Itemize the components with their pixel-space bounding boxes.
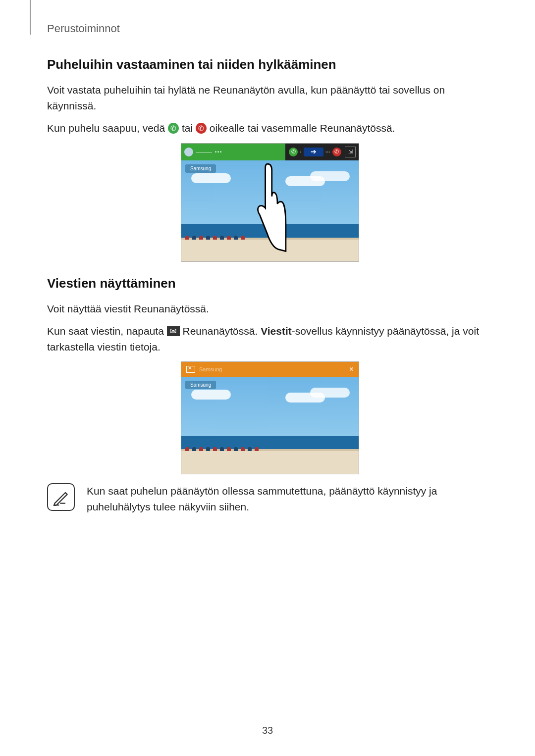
section2-heading: Viestien näyttäminen — [47, 276, 493, 291]
section1-para2-b: tai — [182, 122, 196, 134]
caller-number-placeholder: ───── — [196, 150, 212, 154]
hand-pointing-icon — [252, 157, 289, 254]
more-dots-icon: ••• — [215, 150, 222, 154]
section1-para2: Kun puhelu saapuu, vedä tai oikealle tai… — [47, 120, 493, 136]
clouds-decorative-2 — [191, 390, 231, 400]
section1-para1: Voit vastata puheluihin tai hylätä ne Re… — [47, 82, 493, 113]
section2-para2-bold: Viestit — [261, 325, 292, 337]
header-rule — [30, 0, 31, 35]
note-block: Kun saat puhelun päänäytön ollessa sammu… — [47, 483, 493, 514]
fig2-sky: Samsung — [181, 377, 359, 436]
section2-para1: Voit näyttää viestit Reunanäytössä. — [47, 301, 493, 317]
swipe-arrow-icon — [304, 148, 323, 156]
reject-call-icon — [196, 123, 207, 134]
fig2-sand — [181, 449, 359, 474]
fig1-caller-tag: Samsung — [185, 164, 216, 173]
note-icon — [47, 483, 75, 511]
chevron-left-icon: ‹‹‹ — [325, 149, 330, 154]
swipe-indicator: ✆ › ‹‹‹ ✆ — [285, 148, 345, 156]
figure-call-edge-screen: ───── ••• ✆ › ‹‹‹ ✆ ⇲ Samsung — [181, 143, 359, 262]
close-icon: × — [349, 365, 354, 374]
expand-icon: ⇲ — [345, 147, 356, 157]
section1-para2-a: Kun puhelu saapuu, vedä — [47, 122, 168, 134]
clouds-decorative — [191, 173, 231, 183]
message-bar: Samsung × — [181, 362, 359, 377]
page-number: 33 — [262, 725, 273, 736]
envelope-icon — [186, 366, 195, 373]
chevron-right-icon: › — [300, 149, 301, 154]
page-content: Puheluihin vastaaminen tai niiden hylkää… — [47, 57, 493, 514]
message-icon — [167, 326, 180, 336]
section1-para2-c: oikealle tai vasemmalle Reunanäytössä. — [210, 122, 395, 134]
header-section-label: Perustoiminnot — [47, 22, 120, 35]
section2-para2-a: Kun saat viestin, napauta — [47, 325, 167, 337]
figure-message-edge-screen: Samsung × Samsung — [181, 361, 359, 474]
section1-heading: Puheluihin vastaaminen tai niiden hylkää… — [47, 57, 493, 72]
answer-call-icon — [168, 123, 179, 134]
answer-dot-icon: ✆ — [289, 148, 298, 156]
fig2-caller-tag: Samsung — [185, 381, 216, 389]
umbrella-row-2 — [181, 447, 359, 454]
note-text: Kun saat puhelun päänäytön ollessa sammu… — [87, 483, 493, 514]
section2-para2-b: Reunanäytössä. — [183, 325, 261, 337]
section2-para2: Kun saat viestin, napauta Reunanäytössä.… — [47, 323, 493, 354]
reject-dot-icon: ✆ — [332, 148, 341, 156]
avatar-icon — [184, 148, 193, 156]
msg-sender-faded: Samsung — [199, 366, 222, 372]
